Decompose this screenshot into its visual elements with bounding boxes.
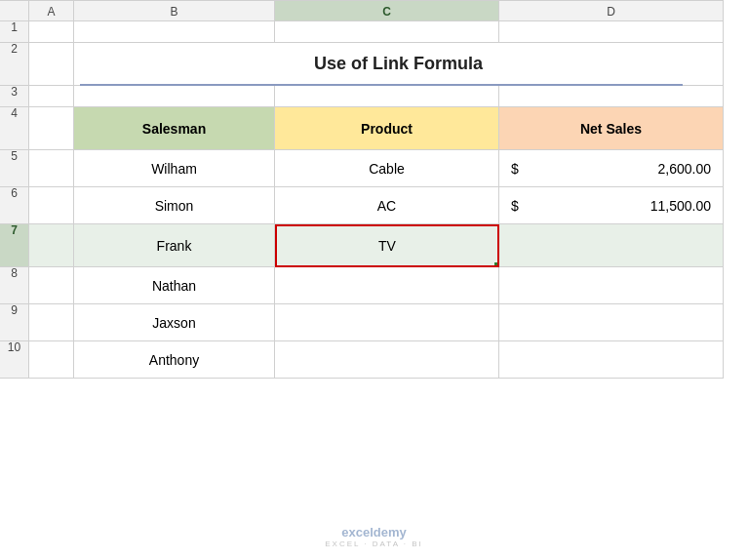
cell-a5[interactable] bbox=[29, 150, 74, 187]
cell-a2[interactable] bbox=[29, 43, 74, 86]
cell-c3[interactable] bbox=[275, 86, 499, 107]
col-header-b[interactable]: B bbox=[74, 0, 275, 21]
header-salesman-label: Salesman bbox=[142, 121, 206, 137]
product-cable: Cable bbox=[369, 161, 405, 177]
cell-b9[interactable]: Jaxson bbox=[74, 304, 275, 341]
row-8: 8 Nathan bbox=[0, 267, 748, 304]
title-underline bbox=[80, 84, 683, 86]
column-headers: A B C D bbox=[0, 0, 748, 21]
spreadsheet-title: Use of Link Formula bbox=[314, 54, 483, 74]
cell-d7[interactable] bbox=[499, 224, 724, 267]
cell-a1[interactable] bbox=[29, 21, 74, 43]
cell-c10[interactable] bbox=[275, 341, 499, 379]
cell-b8[interactable]: Nathan bbox=[74, 267, 275, 304]
cell-c7-selected[interactable]: TV bbox=[275, 224, 499, 267]
cell-c9[interactable] bbox=[275, 304, 499, 341]
row-num-2: 2 bbox=[0, 43, 29, 86]
row-2: 2 Use of Link Formula bbox=[0, 43, 748, 86]
product-tv: TV bbox=[378, 238, 396, 254]
salesman-jaxson: Jaxson bbox=[152, 315, 195, 331]
row-10: 10 Anthony bbox=[0, 341, 748, 379]
cell-a10[interactable] bbox=[29, 341, 74, 379]
selection-handle bbox=[494, 262, 499, 267]
spreadsheet: A B C D 1 2 Use of Link Formula 3 bbox=[0, 0, 748, 560]
row-num-10: 10 bbox=[0, 341, 29, 379]
row-4-header: 4 Salesman Product Net Sales bbox=[0, 107, 748, 150]
net-sales-5: 2,600.00 bbox=[658, 161, 720, 177]
row-5: 5 Wilham Cable $ 2,600.00 bbox=[0, 150, 748, 187]
cell-d1[interactable] bbox=[499, 21, 724, 43]
watermark: exceldemy EXCEL · DATA · BI bbox=[325, 525, 423, 548]
cell-d9[interactable] bbox=[499, 304, 724, 341]
row-3: 3 bbox=[0, 86, 748, 107]
cell-b7[interactable]: Frank bbox=[74, 224, 275, 267]
cell-d5[interactable]: $ 2,600.00 bbox=[499, 150, 724, 187]
cell-b4-salesman[interactable]: Salesman bbox=[74, 107, 275, 150]
watermark-logo: exceldemy bbox=[325, 525, 423, 540]
cell-c1[interactable] bbox=[275, 21, 499, 43]
header-product-label: Product bbox=[361, 121, 413, 137]
rows-container: 1 2 Use of Link Formula 3 4 bbox=[0, 21, 748, 379]
cell-a8[interactable] bbox=[29, 267, 74, 304]
cell-c6[interactable]: AC bbox=[275, 187, 499, 224]
cell-a4[interactable] bbox=[29, 107, 74, 150]
cell-b1[interactable] bbox=[74, 21, 275, 43]
cell-b5[interactable]: Wilham bbox=[74, 150, 275, 187]
row-7: 7 Frank TV bbox=[0, 224, 748, 267]
cell-c8[interactable] bbox=[275, 267, 499, 304]
row-num-7: 7 bbox=[0, 224, 29, 267]
cell-b10[interactable]: Anthony bbox=[74, 341, 275, 379]
currency-symbol-6: $ bbox=[503, 198, 523, 214]
product-ac: AC bbox=[377, 198, 396, 214]
row-6: 6 Simon AC $ 11,500.00 bbox=[0, 187, 748, 224]
row-num-8: 8 bbox=[0, 267, 29, 304]
col-header-a[interactable]: A bbox=[29, 0, 74, 21]
net-sales-6: 11,500.00 bbox=[650, 198, 719, 214]
row-num-1: 1 bbox=[0, 21, 29, 43]
cell-a6[interactable] bbox=[29, 187, 74, 224]
cell-a9[interactable] bbox=[29, 304, 74, 341]
row-num-5: 5 bbox=[0, 150, 29, 187]
salesman-frank: Frank bbox=[157, 238, 192, 254]
cell-a3[interactable] bbox=[29, 86, 74, 107]
cell-d3[interactable] bbox=[499, 86, 724, 107]
row-9: 9 Jaxson bbox=[0, 304, 748, 341]
watermark-sub: EXCEL · DATA · BI bbox=[325, 540, 423, 548]
row-num-3: 3 bbox=[0, 86, 29, 107]
cell-c5[interactable]: Cable bbox=[275, 150, 499, 187]
salesman-nathan: Nathan bbox=[152, 278, 196, 294]
cell-b3[interactable] bbox=[74, 86, 275, 107]
cell-c4-product[interactable]: Product bbox=[275, 107, 499, 150]
salesman-anthony: Anthony bbox=[149, 352, 199, 368]
row-num-6: 6 bbox=[0, 187, 29, 224]
cell-d6[interactable]: $ 11,500.00 bbox=[499, 187, 724, 224]
cell-b2-title[interactable]: Use of Link Formula bbox=[74, 43, 724, 86]
cell-d4-netsales[interactable]: Net Sales bbox=[499, 107, 724, 150]
row-1: 1 bbox=[0, 21, 748, 43]
salesman-wilham: Wilham bbox=[151, 161, 197, 177]
cell-d8[interactable] bbox=[499, 267, 724, 304]
cell-a7[interactable] bbox=[29, 224, 74, 267]
header-netsales-label: Net Sales bbox=[580, 121, 642, 137]
cell-b6[interactable]: Simon bbox=[74, 187, 275, 224]
row-num-9: 9 bbox=[0, 304, 29, 341]
currency-symbol-5: $ bbox=[503, 161, 523, 177]
corner-cell bbox=[0, 0, 29, 21]
row-num-4: 4 bbox=[0, 107, 29, 150]
col-header-d[interactable]: D bbox=[499, 0, 724, 21]
col-header-c[interactable]: C bbox=[275, 0, 499, 21]
salesman-simon: Simon bbox=[155, 198, 194, 214]
cell-d10[interactable] bbox=[499, 341, 724, 379]
